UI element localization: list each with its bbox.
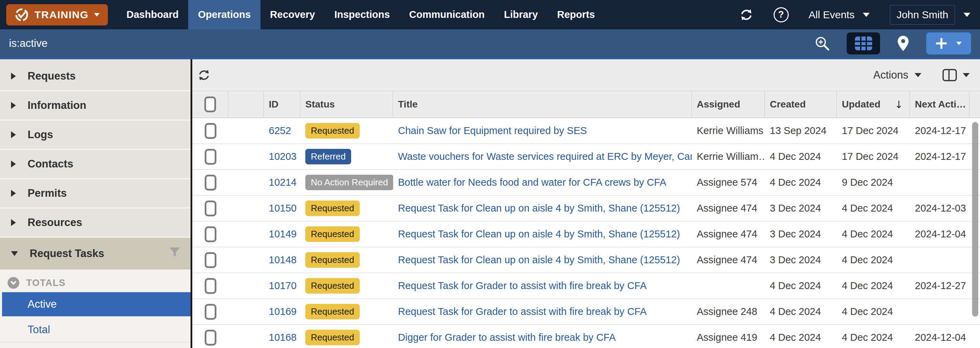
table-view-toggle[interactable] <box>846 32 880 54</box>
row-updated-cell: 17 Dec 2024 <box>837 151 910 162</box>
title-link[interactable]: Request Task for Clean up on aisle 4 by … <box>398 203 680 214</box>
row-title-cell: Waste vouchers for Waste services requir… <box>393 151 692 162</box>
title-link[interactable]: Bottle water for Needs food and water fo… <box>398 177 667 188</box>
tab-library[interactable]: Library <box>494 0 547 29</box>
refresh-button[interactable] <box>739 8 754 22</box>
title-link[interactable]: Request Task for Grader to assist with f… <box>398 280 647 291</box>
row-checkbox[interactable] <box>205 149 216 165</box>
row-checkbox[interactable] <box>205 226 216 242</box>
top-navigation-bar: TRAINING DashboardOperationsRecoveryInsp… <box>0 0 980 29</box>
sidebar-item-logs[interactable]: Logs <box>0 121 191 150</box>
sidebar-item-permits[interactable]: Permits <box>0 179 191 208</box>
row-checkbox[interactable] <box>205 200 216 216</box>
sidebar-item-requests[interactable]: Requests <box>0 62 191 91</box>
search-input[interactable]: is:active <box>9 37 48 49</box>
row-updated-cell: 9 Dec 2024 <box>837 177 910 188</box>
id-link[interactable]: 10169 <box>269 306 297 317</box>
title-link[interactable]: Chain Saw for Equipment required by SES <box>398 125 587 137</box>
row-checkbox[interactable] <box>205 123 216 139</box>
id-link[interactable]: 10168 <box>269 332 297 343</box>
tab-inspections[interactable]: Inspections <box>325 0 399 29</box>
title-link[interactable]: Waste vouchers for Waste services requir… <box>398 151 692 162</box>
columns-icon <box>942 68 957 82</box>
row-status-cell: Requested <box>301 330 393 345</box>
header-title[interactable]: Title <box>393 91 692 118</box>
caret-down-icon <box>94 13 100 16</box>
row-status-cell: Requested <box>301 200 393 216</box>
training-menu-button[interactable]: TRAINING <box>6 4 108 25</box>
sort-desc-icon: ↓ <box>894 99 903 111</box>
event-filter-dropdown[interactable]: All Events <box>809 9 870 21</box>
row-checkbox[interactable] <box>205 278 216 294</box>
search-zoom-icon <box>814 35 830 51</box>
sidebar-item-information[interactable]: Information <box>0 91 191 121</box>
row-checkbox[interactable] <box>205 304 216 320</box>
tab-reports[interactable]: Reports <box>547 0 605 29</box>
row-checkbox[interactable] <box>205 175 216 191</box>
row-status-cell: Requested <box>301 123 393 138</box>
refresh-list-button[interactable] <box>197 68 211 82</box>
row-checkbox[interactable] <box>205 252 216 268</box>
header-updated[interactable]: Updated ↓ <box>837 91 910 118</box>
caret-down-icon <box>915 73 921 77</box>
sidebar-sections: RequestsInformationLogsContactsPermitsRe… <box>0 62 191 238</box>
id-link[interactable]: 10203 <box>269 151 297 162</box>
title-link[interactable]: Request Task for Clean up on aisle 4 by … <box>398 229 680 240</box>
header-id[interactable]: ID <box>264 91 301 118</box>
status-badge: No Action Required <box>305 175 393 190</box>
id-link[interactable]: 10149 <box>269 229 297 240</box>
create-record-split-button[interactable] <box>926 32 971 54</box>
header-status[interactable]: Status <box>301 91 393 118</box>
totals-item-active[interactable]: Active <box>2 292 191 317</box>
select-all-checkbox[interactable] <box>204 97 216 112</box>
row-created-cell: 4 Dec 2024 <box>765 280 837 291</box>
tab-operations[interactable]: Operations <box>188 0 260 29</box>
row-id-cell: 10149 <box>264 229 301 240</box>
vertical-scrollbar[interactable] <box>972 122 978 317</box>
id-link[interactable]: 10150 <box>269 203 297 214</box>
row-title-cell: Request Task for Clean up on aisle 4 by … <box>393 229 692 240</box>
user-menu[interactable]: John Smith <box>890 5 970 25</box>
id-link[interactable]: 10170 <box>269 280 297 291</box>
chevron-right-icon <box>11 102 16 109</box>
row-title-cell: Bottle water for Needs food and water fo… <box>393 177 692 188</box>
sidebar-item-contacts[interactable]: Contacts <box>0 150 191 179</box>
row-next-action-cell: 2024-12-03 <box>910 203 970 214</box>
search-zoom-button[interactable] <box>814 35 830 51</box>
table-row: 10170RequestedRequest Task for Grader to… <box>192 273 980 299</box>
row-title-cell: Request Task for Clean up on aisle 4 by … <box>393 203 692 214</box>
row-checkbox[interactable] <box>205 330 216 346</box>
sidebar-item-label: Resources <box>27 216 82 229</box>
actions-dropdown[interactable]: Actions <box>873 69 921 81</box>
id-link[interactable]: 10148 <box>269 254 297 265</box>
header-assigned[interactable]: Assigned <box>692 91 765 118</box>
row-assigned-cell: Assignee 474 <box>692 203 765 214</box>
title-link[interactable]: Request Task for Grader to assist with f… <box>398 306 647 317</box>
title-link[interactable]: Digger for Grader to assist with fire br… <box>398 332 616 343</box>
tab-recovery[interactable]: Recovery <box>261 0 325 29</box>
header-created[interactable]: Created <box>765 91 837 118</box>
title-link[interactable]: Request Task for Clean up on aisle 4 by … <box>398 254 680 265</box>
totals-item-total[interactable]: Total <box>0 317 191 343</box>
column-settings-dropdown[interactable] <box>942 68 970 82</box>
totals-heading: TOTALS <box>26 278 66 288</box>
filter-button[interactable] <box>169 247 180 260</box>
tab-communication[interactable]: Communication <box>399 0 494 29</box>
row-created-cell: 3 Dec 2024 <box>765 254 837 265</box>
sidebar-item-label: Permits <box>27 187 67 200</box>
row-created-cell: 13 Sep 2024 <box>765 125 837 137</box>
totals-section-header[interactable]: TOTALS <box>0 273 191 292</box>
id-link[interactable]: 6252 <box>269 125 291 137</box>
sidebar-item-label: Request Tasks <box>30 247 104 260</box>
brand-label: TRAINING <box>35 9 89 21</box>
sidebar-item-resources[interactable]: Resources <box>0 208 191 238</box>
row-title-cell: Request Task for Grader to assist with f… <box>393 280 692 291</box>
row-created-cell: 3 Dec 2024 <box>765 229 837 240</box>
header-next-action[interactable]: Next Acti… <box>910 91 970 118</box>
sidebar-item-request-tasks[interactable]: Request Tasks <box>0 238 191 269</box>
map-view-button[interactable] <box>897 35 910 52</box>
chevron-right-icon <box>11 73 16 79</box>
id-link[interactable]: 10214 <box>269 177 297 188</box>
tab-dashboard[interactable]: Dashboard <box>117 0 188 29</box>
help-button[interactable]: ? <box>773 7 789 22</box>
